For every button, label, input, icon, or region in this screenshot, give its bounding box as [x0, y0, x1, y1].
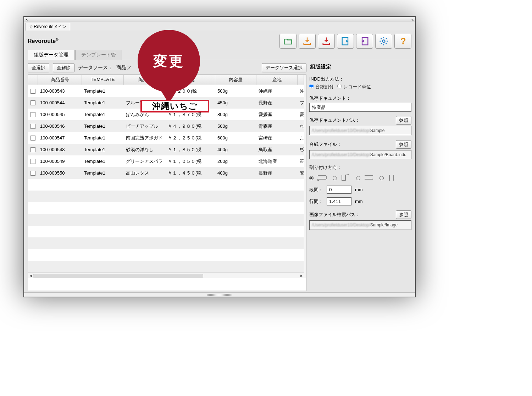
- cell-product-name[interactable]: グリーンアスパラ: [124, 158, 166, 165]
- open-folder-button[interactable]: [279, 34, 297, 49]
- cell-product-name[interactable]: 高山レタス: [124, 170, 166, 176]
- browse-imgpath-button[interactable]: 参照: [396, 210, 411, 219]
- cell-price[interactable]: ￥１，４５０(税: [166, 170, 215, 176]
- import-button[interactable]: [299, 34, 316, 49]
- col-gap-input[interactable]: [327, 186, 351, 194]
- col-template[interactable]: TEMPLATE: [82, 75, 124, 85]
- cell-product-id[interactable]: 100-000550: [38, 170, 82, 176]
- cell-price[interactable]: ￥１，８５０(税: [166, 147, 215, 153]
- cell-product-id[interactable]: 100-000548: [38, 147, 82, 152]
- table-row[interactable]: 100-000544Template1フルーツ赤かぶ￥２，８００(税450g長野…: [28, 97, 304, 109]
- cell-volume[interactable]: 400g: [215, 147, 256, 152]
- cell-volume[interactable]: 600g: [215, 135, 256, 141]
- cell-volume[interactable]: 500g: [215, 123, 256, 129]
- cell-volume[interactable]: 400g: [215, 170, 256, 176]
- cell-price[interactable]: ￥１，８７０(税: [166, 111, 215, 118]
- radio-board-layout[interactable]: 台紙割付: [309, 84, 334, 90]
- cell-extra[interactable]: 沖: [298, 88, 304, 94]
- cell-origin[interactable]: 宮崎産: [256, 135, 298, 141]
- cell-product-id[interactable]: 100-000543: [38, 88, 82, 94]
- row-checkbox[interactable]: [31, 112, 35, 117]
- col-product-name[interactable]: 商品名: [124, 75, 166, 85]
- page-forward-button[interactable]: [337, 34, 354, 49]
- cell-price[interactable]: ￥４，９８０(税: [166, 123, 215, 130]
- help-button[interactable]: ?: [394, 34, 411, 49]
- clear-all-button[interactable]: 全解除: [53, 63, 74, 72]
- cell-price[interactable]: ￥２，２５０(税: [166, 135, 215, 141]
- cell-product-name[interactable]: 南国完熟アボガド: [124, 135, 166, 141]
- export-button[interactable]: [318, 34, 335, 49]
- cell-template[interactable]: Template1: [82, 123, 124, 129]
- col-origin[interactable]: 産地: [256, 75, 298, 85]
- save-doc-input[interactable]: [309, 103, 411, 112]
- cell-price[interactable]: ２００(税: [166, 88, 215, 94]
- row-checkbox[interactable]: [31, 124, 35, 129]
- row-checkbox[interactable]: [31, 159, 35, 164]
- table-row[interactable]: 100-000545Template1ぽんみかん￥１，８７０(税800g愛媛産愛: [28, 109, 304, 120]
- row-gap-input[interactable]: [327, 197, 351, 205]
- cell-volume[interactable]: 500g: [215, 88, 256, 94]
- cell-template[interactable]: Template1: [82, 88, 124, 94]
- select-all-button[interactable]: 全選択: [28, 63, 49, 72]
- cell-origin[interactable]: 北海道産: [256, 158, 298, 165]
- cell-product-name[interactable]: ぽんみかん: [124, 111, 166, 118]
- table-row[interactable]: 100-000548Template1砂漠の洋なし￥１，８５０(税400g鳥取産…: [28, 144, 304, 155]
- cell-extra[interactable]: れ: [298, 123, 304, 130]
- row-checkbox[interactable]: [31, 100, 35, 105]
- page-back-button[interactable]: [356, 34, 373, 49]
- cell-extra[interactable]: よ: [298, 135, 304, 141]
- col-volume[interactable]: 内容量: [215, 75, 256, 85]
- cell-product-name[interactable]: ピーチアップル: [124, 123, 166, 130]
- browse-savedoc-button[interactable]: 参照: [396, 116, 411, 125]
- resize-grip-icon[interactable]: [207, 294, 232, 296]
- tab-data-management[interactable]: 組版データ管理: [28, 50, 74, 60]
- cell-origin[interactable]: 愛媛産: [256, 111, 298, 118]
- cell-price[interactable]: ￥２，８００(税: [166, 100, 215, 106]
- col-price[interactable]: 価格: [166, 75, 215, 85]
- horizontal-scrollbar[interactable]: ◀▶: [28, 273, 304, 278]
- browse-board-button[interactable]: 参照: [396, 140, 411, 149]
- table-row[interactable]: 100-000549Template1グリーンアスパラ￥１，０５０(税200g北…: [28, 155, 304, 167]
- direction-options[interactable]: [309, 174, 411, 182]
- cell-origin[interactable]: 長野産: [256, 170, 298, 176]
- cell-extra[interactable]: 安: [298, 170, 304, 176]
- cell-volume[interactable]: 800g: [215, 112, 256, 117]
- table-row[interactable]: 100-000546Template1ピーチアップル￥４，９８０(税500g青森…: [28, 120, 304, 132]
- cell-origin[interactable]: 沖縄産: [256, 88, 298, 94]
- cell-product-id[interactable]: 100-000549: [38, 159, 82, 164]
- cell-product-id[interactable]: 100-000547: [38, 135, 82, 141]
- cell-volume[interactable]: 200g: [215, 159, 256, 164]
- table-row[interactable]: 100-000547Template1南国完熟アボガド￥２，２５０(税600g宮…: [28, 132, 304, 144]
- cell-product-id[interactable]: 100-000544: [38, 100, 82, 105]
- row-checkbox[interactable]: [31, 147, 35, 152]
- table-row[interactable]: 100-000543Template1 ２００(税500g沖縄産沖: [28, 85, 304, 97]
- datasource-select-button[interactable]: データソース選択: [262, 63, 306, 72]
- cell-extra[interactable]: フ: [298, 100, 304, 106]
- cell-price[interactable]: ￥１，０５０(税: [166, 158, 215, 165]
- settings-button[interactable]: [375, 34, 392, 49]
- cell-product-id[interactable]: 100-000545: [38, 112, 82, 117]
- cell-origin[interactable]: 青森産: [256, 123, 298, 130]
- row-checkbox[interactable]: [31, 136, 35, 141]
- cell-origin[interactable]: 長野産: [256, 100, 298, 106]
- cell-extra[interactable]: 愛: [298, 111, 304, 118]
- row-checkbox[interactable]: [31, 89, 35, 94]
- cell-origin[interactable]: 鳥取産: [256, 147, 298, 153]
- img-search-path[interactable]: /Users/profielduser10/Desktop/Sample/Ima…: [309, 220, 411, 230]
- close-icon[interactable]: ×: [26, 17, 28, 22]
- save-doc-path[interactable]: /Users/profielduser10/Desktop/Sample: [309, 126, 411, 135]
- cell-template[interactable]: Template1: [82, 147, 124, 152]
- board-file-path[interactable]: /Users/profielduser10/Desktop/Sample/Boa…: [309, 150, 411, 159]
- radio-record-unit[interactable]: レコード単位: [337, 84, 371, 90]
- tab-template[interactable]: テンプレート管: [75, 50, 122, 60]
- cell-volume[interactable]: 450g: [215, 100, 256, 105]
- cell-template[interactable]: Template1: [82, 159, 124, 164]
- row-checkbox[interactable]: [31, 171, 35, 176]
- cell-product-name[interactable]: フルーツ赤かぶ: [124, 100, 166, 106]
- cell-extra[interactable]: 杉: [298, 147, 304, 153]
- cell-product-name[interactable]: 砂漠の洋なし: [124, 147, 166, 153]
- cell-template[interactable]: Template1: [82, 112, 124, 117]
- cell-product-id[interactable]: 100-000546: [38, 123, 82, 129]
- col-product-id[interactable]: 商品番号: [38, 75, 82, 85]
- window-tab[interactable]: ◇ Revorouteメイン: [26, 23, 70, 31]
